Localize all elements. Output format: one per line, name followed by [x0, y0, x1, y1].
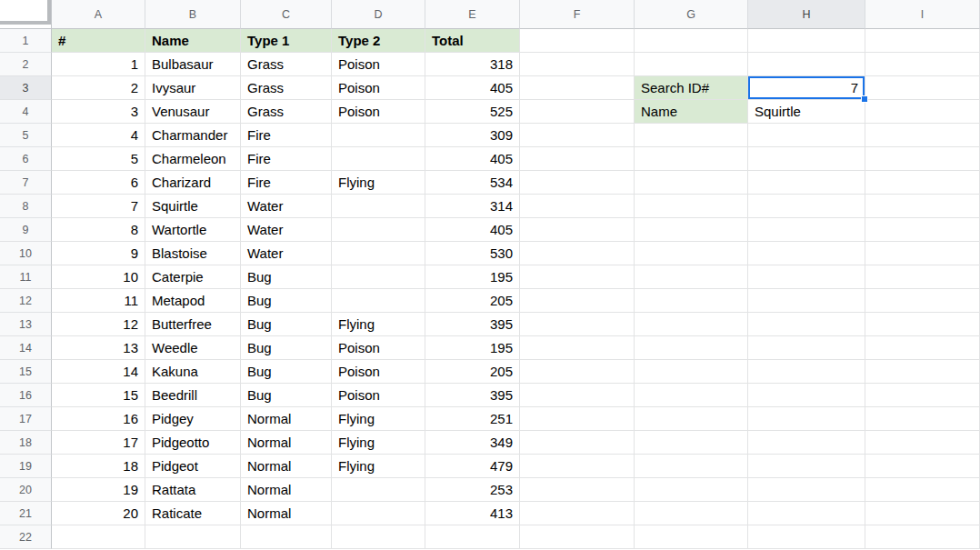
- cell-F7[interactable]: [520, 171, 635, 195]
- cell-H17[interactable]: [748, 407, 865, 431]
- column-header-I[interactable]: I: [865, 0, 980, 29]
- cell-D13[interactable]: Flying: [332, 313, 425, 336]
- cell-D14[interactable]: Poison: [332, 336, 425, 360]
- cell-A14[interactable]: 13: [52, 336, 145, 360]
- row-header-4[interactable]: 4: [0, 100, 52, 124]
- cell-A21[interactable]: 20: [52, 502, 145, 525]
- cell-D15[interactable]: Poison: [332, 360, 425, 384]
- cell-G21[interactable]: [635, 502, 748, 525]
- cell-I20[interactable]: [865, 478, 980, 502]
- cell-G15[interactable]: [635, 360, 748, 384]
- cell-C13[interactable]: Bug: [241, 313, 332, 336]
- cell-I3[interactable]: [865, 76, 980, 100]
- cell-B10[interactable]: Blastoise: [145, 242, 241, 265]
- cell-F20[interactable]: [520, 478, 635, 502]
- cell-H6[interactable]: [748, 147, 865, 171]
- cell-D2[interactable]: Poison: [332, 53, 425, 76]
- row-header-2[interactable]: 2: [0, 53, 52, 76]
- cell-A1[interactable]: #: [52, 29, 145, 53]
- cell-I14[interactable]: [865, 336, 980, 360]
- cell-G3[interactable]: Search ID#: [635, 76, 748, 100]
- cell-F18[interactable]: [520, 431, 635, 455]
- cell-G5[interactable]: [635, 124, 748, 147]
- row-header-6[interactable]: 6: [0, 147, 52, 171]
- cell-B2[interactable]: Bulbasaur: [145, 53, 241, 76]
- cell-I8[interactable]: [865, 195, 980, 218]
- cell-F15[interactable]: [520, 360, 635, 384]
- cell-G20[interactable]: [635, 478, 748, 502]
- cell-C19[interactable]: Normal: [241, 455, 332, 478]
- cell-E3[interactable]: 405: [425, 76, 520, 100]
- row-header-12[interactable]: 12: [0, 289, 52, 313]
- cell-G12[interactable]: [635, 289, 748, 313]
- cell-A19[interactable]: 18: [52, 455, 145, 478]
- cell-F1[interactable]: [520, 29, 635, 53]
- cell-C16[interactable]: Bug: [241, 384, 332, 407]
- cell-A22[interactable]: [52, 525, 145, 549]
- row-header-7[interactable]: 7: [0, 171, 52, 195]
- row-header-5[interactable]: 5: [0, 124, 52, 147]
- cell-I9[interactable]: [865, 218, 980, 242]
- cell-A13[interactable]: 12: [52, 313, 145, 336]
- cell-G13[interactable]: [635, 313, 748, 336]
- cell-H22[interactable]: [748, 525, 865, 549]
- cell-F6[interactable]: [520, 147, 635, 171]
- cell-E9[interactable]: 405: [425, 218, 520, 242]
- row-header-11[interactable]: 11: [0, 265, 52, 289]
- column-header-H[interactable]: H: [748, 0, 865, 29]
- cell-G10[interactable]: [635, 242, 748, 265]
- cell-B1[interactable]: Name: [145, 29, 241, 53]
- cell-I7[interactable]: [865, 171, 980, 195]
- cell-G9[interactable]: [635, 218, 748, 242]
- cell-A6[interactable]: 5: [52, 147, 145, 171]
- cell-I6[interactable]: [865, 147, 980, 171]
- cell-E8[interactable]: 314: [425, 195, 520, 218]
- cell-C3[interactable]: Grass: [241, 76, 332, 100]
- cell-F3[interactable]: [520, 76, 635, 100]
- cell-D11[interactable]: [332, 265, 425, 289]
- cell-D20[interactable]: [332, 478, 425, 502]
- cell-E17[interactable]: 251: [425, 407, 520, 431]
- cell-H20[interactable]: [748, 478, 865, 502]
- cell-F8[interactable]: [520, 195, 635, 218]
- cell-F11[interactable]: [520, 265, 635, 289]
- column-header-F[interactable]: F: [520, 0, 635, 29]
- cell-E15[interactable]: 205: [425, 360, 520, 384]
- cell-A11[interactable]: 10: [52, 265, 145, 289]
- cell-B4[interactable]: Venusaur: [145, 100, 241, 124]
- cell-H2[interactable]: [748, 53, 865, 76]
- column-header-G[interactable]: G: [635, 0, 748, 29]
- cell-C4[interactable]: Grass: [241, 100, 332, 124]
- cell-G4[interactable]: Name: [635, 100, 748, 124]
- cell-C8[interactable]: Water: [241, 195, 332, 218]
- cell-D10[interactable]: [332, 242, 425, 265]
- cell-B9[interactable]: Wartortle: [145, 218, 241, 242]
- cell-A16[interactable]: 15: [52, 384, 145, 407]
- cell-E10[interactable]: 530: [425, 242, 520, 265]
- cell-G6[interactable]: [635, 147, 748, 171]
- cell-B21[interactable]: Raticate: [145, 502, 241, 525]
- row-header-15[interactable]: 15: [0, 360, 52, 384]
- cell-I11[interactable]: [865, 265, 980, 289]
- cell-D4[interactable]: Poison: [332, 100, 425, 124]
- cell-I2[interactable]: [865, 53, 980, 76]
- row-header-9[interactable]: 9: [0, 218, 52, 242]
- cell-F2[interactable]: [520, 53, 635, 76]
- cell-D7[interactable]: Flying: [332, 171, 425, 195]
- cell-D12[interactable]: [332, 289, 425, 313]
- cell-D21[interactable]: [332, 502, 425, 525]
- cell-I4[interactable]: [865, 100, 980, 124]
- row-header-19[interactable]: 19: [0, 455, 52, 478]
- cell-E18[interactable]: 349: [425, 431, 520, 455]
- cell-C21[interactable]: Normal: [241, 502, 332, 525]
- column-header-B[interactable]: B: [145, 0, 241, 29]
- cell-I5[interactable]: [865, 124, 980, 147]
- cell-A8[interactable]: 7: [52, 195, 145, 218]
- cell-H9[interactable]: [748, 218, 865, 242]
- cell-C22[interactable]: [241, 525, 332, 549]
- cell-C20[interactable]: Normal: [241, 478, 332, 502]
- cell-E7[interactable]: 534: [425, 171, 520, 195]
- cell-F4[interactable]: [520, 100, 635, 124]
- cell-E12[interactable]: 205: [425, 289, 520, 313]
- row-header-8[interactable]: 8: [0, 195, 52, 218]
